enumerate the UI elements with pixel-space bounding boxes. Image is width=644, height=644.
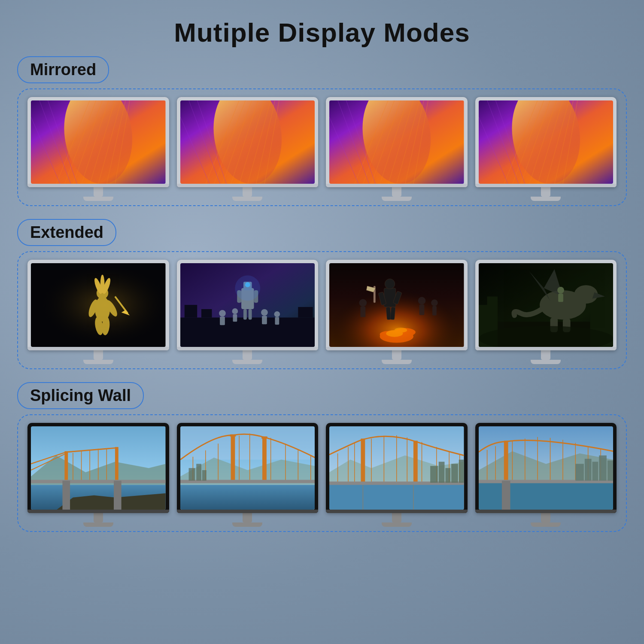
extended-monitors-row xyxy=(27,260,617,364)
svg-point-100 xyxy=(359,299,367,307)
svg-point-79 xyxy=(232,308,238,314)
splicing-label: Splicing Wall xyxy=(17,382,144,409)
monitor-extended-body-3 xyxy=(326,260,468,350)
monitor-screen-4 xyxy=(479,100,614,184)
monitor-extended-body-2 xyxy=(177,260,319,350)
monitor-extended-screen-3 xyxy=(329,263,464,346)
svg-point-89 xyxy=(385,279,395,289)
svg-rect-136 xyxy=(31,480,166,483)
svg-rect-160 xyxy=(202,470,206,480)
svg-point-98 xyxy=(431,300,438,307)
monitor-splicing-screen-4 xyxy=(479,426,614,510)
svg-rect-141 xyxy=(180,426,315,460)
monitor-splicing-body-4 xyxy=(475,423,617,513)
svg-rect-68 xyxy=(201,309,211,318)
monitor-splicing-screen-1 xyxy=(31,426,166,510)
svg-point-106 xyxy=(395,328,407,333)
svg-point-85 xyxy=(235,276,260,301)
svg-rect-159 xyxy=(196,464,201,480)
splicing-monitors-row xyxy=(27,423,617,527)
monitor-body-3 xyxy=(326,97,468,187)
svg-rect-201 xyxy=(584,459,591,480)
svg-rect-188 xyxy=(504,440,508,480)
monitor-extended-body-4 xyxy=(475,260,617,350)
splicing-section: Splicing Wall xyxy=(17,382,627,532)
svg-rect-182 xyxy=(445,468,450,483)
monitor-extended-1 xyxy=(27,260,169,364)
svg-rect-101 xyxy=(360,307,365,317)
svg-rect-127 xyxy=(115,447,118,485)
svg-rect-187 xyxy=(479,480,614,510)
extended-section: Extended xyxy=(17,219,627,369)
splicing-monitors-wrapper xyxy=(17,414,627,532)
monitor-screen-2 xyxy=(180,100,315,184)
svg-rect-139 xyxy=(114,480,122,510)
svg-point-83 xyxy=(274,311,280,317)
monitor-body-1 xyxy=(27,97,169,187)
svg-rect-163 xyxy=(329,483,464,510)
monitor-extended-3 xyxy=(326,260,468,364)
svg-rect-184 xyxy=(459,459,464,483)
svg-rect-203 xyxy=(599,456,607,481)
svg-point-96 xyxy=(418,297,426,305)
svg-point-120 xyxy=(557,287,564,294)
svg-rect-99 xyxy=(432,306,437,316)
mirrored-monitors-row xyxy=(27,97,617,201)
svg-rect-181 xyxy=(439,462,445,483)
svg-rect-80 xyxy=(233,314,237,322)
svg-rect-66 xyxy=(180,318,315,347)
monitor-splicing-2 xyxy=(177,423,319,527)
monitor-mirrored-4 xyxy=(475,97,617,201)
monitor-screen-3 xyxy=(329,100,464,184)
mirrored-monitors-wrapper xyxy=(17,88,627,206)
svg-rect-75 xyxy=(243,309,246,319)
svg-point-77 xyxy=(219,310,226,317)
svg-rect-82 xyxy=(262,316,267,325)
monitor-extended-body-1 xyxy=(27,260,169,350)
monitor-extended-screen-2 xyxy=(180,263,315,346)
page-title: Mutiple Display Modes xyxy=(0,0,644,56)
monitor-splicing-screen-3 xyxy=(329,426,464,510)
svg-rect-158 xyxy=(188,468,195,480)
monitor-splicing-4 xyxy=(475,423,617,527)
svg-rect-143 xyxy=(180,485,315,510)
monitor-extended-screen-1 xyxy=(31,263,166,346)
svg-rect-166 xyxy=(361,438,365,483)
monitor-splicing-screen-2 xyxy=(180,426,315,510)
svg-rect-121 xyxy=(558,294,563,302)
svg-rect-144 xyxy=(231,434,235,481)
mirrored-section: Mirrored xyxy=(17,56,627,206)
monitor-splicing-3 xyxy=(326,423,468,527)
svg-rect-145 xyxy=(262,436,267,480)
monitor-mirrored-1 xyxy=(27,97,169,201)
svg-rect-180 xyxy=(430,466,438,483)
svg-rect-183 xyxy=(451,464,458,483)
svg-rect-200 xyxy=(575,464,584,480)
svg-rect-202 xyxy=(592,462,598,480)
svg-rect-204 xyxy=(607,460,613,480)
monitor-splicing-1 xyxy=(27,423,169,527)
monitor-splicing-body-1 xyxy=(27,423,169,513)
svg-rect-167 xyxy=(413,440,418,483)
svg-rect-76 xyxy=(248,309,252,319)
svg-rect-78 xyxy=(220,317,225,325)
monitor-splicing-body-3 xyxy=(326,423,468,513)
svg-rect-84 xyxy=(275,317,279,325)
svg-point-81 xyxy=(261,309,268,316)
svg-rect-97 xyxy=(419,305,425,315)
mirrored-label: Mirrored xyxy=(17,56,109,83)
monitor-screen-1 xyxy=(31,100,166,184)
svg-rect-205 xyxy=(501,480,510,510)
monitor-mirrored-3 xyxy=(326,97,468,201)
extended-monitors-wrapper xyxy=(17,251,627,369)
monitor-extended-2 xyxy=(177,260,319,364)
monitor-extended-screen-4 xyxy=(479,263,614,346)
monitor-body-4 xyxy=(475,97,617,187)
svg-rect-138 xyxy=(62,480,70,510)
monitor-splicing-body-2 xyxy=(177,423,319,513)
monitor-mirrored-2 xyxy=(177,97,319,201)
svg-rect-69 xyxy=(298,307,313,317)
extended-label: Extended xyxy=(17,219,116,246)
svg-rect-67 xyxy=(184,305,197,318)
monitor-body-2 xyxy=(177,97,319,187)
